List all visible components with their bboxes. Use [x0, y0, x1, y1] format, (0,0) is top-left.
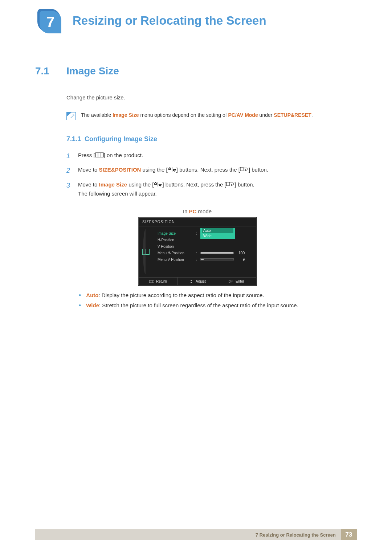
- bullet-icon: •: [79, 292, 81, 299]
- osd-footer-enter: Enter: [217, 278, 256, 285]
- step-1: 1 Press [] on the product.: [66, 151, 359, 161]
- osd-row-menuh: Menu H-Position: 100: [158, 250, 252, 256]
- subsection-title: Configuring Image Size: [85, 135, 157, 143]
- menu-icon: [95, 151, 104, 160]
- section-number: 7.1: [35, 65, 66, 77]
- enter-icon: [226, 181, 235, 189]
- bullet-auto: • Auto: Display the picture according to…: [79, 292, 359, 299]
- svg-rect-10: [229, 280, 230, 282]
- osd-dropdown: Auto Wide: [200, 228, 235, 239]
- svg-rect-4: [240, 167, 243, 171]
- page-footer: 7 Resizing or Relocating the Screen 73: [35, 529, 357, 540]
- intro-text: Change the picture size.: [66, 94, 359, 102]
- osd-footer-adjust: Adjust: [177, 278, 217, 285]
- steps-list: 1 Press [] on the product. 2 Move to SIZ…: [66, 151, 359, 198]
- osd-menu: Image Size: Auto Wide H-Position V-Posit…: [153, 226, 256, 277]
- step-2: 2 Move to SIZE&POSITION using the [] but…: [66, 165, 359, 176]
- osd-category-icon: [139, 226, 153, 277]
- updown-icon: [168, 166, 176, 175]
- osd-footer: Return Adjust Enter: [139, 277, 256, 285]
- enter-icon: [240, 166, 249, 175]
- note: The available Image Size menu options de…: [66, 112, 359, 120]
- svg-rect-6: [226, 182, 229, 186]
- bullet-icon: •: [79, 302, 81, 309]
- chapter-badge: 7: [37, 9, 65, 38]
- osd-screenshot: SIZE&POSITION Image Size: Auto Wide: [138, 217, 256, 286]
- footer-text: 7 Resizing or Relocating the Screen: [35, 529, 341, 540]
- osd-footer-return: Return: [139, 278, 177, 285]
- osd-row-vpos: V-Position: [158, 243, 252, 250]
- section-heading: 7.1Image Size: [35, 65, 359, 77]
- page-number: 73: [341, 529, 357, 540]
- subsection-number: 7.1.1: [66, 135, 81, 143]
- osd-caption: In PC mode: [35, 208, 359, 214]
- note-icon: [66, 112, 76, 120]
- svg-rect-7: [150, 280, 154, 283]
- subsection-heading: 7.1.1 Configuring Image Size: [66, 135, 359, 143]
- step-3: 3 Move to Image Size using the [] button…: [66, 180, 359, 198]
- bullet-wide: • Wide: Stretch the picture to full scre…: [79, 302, 359, 309]
- content: 7.1Image Size Change the picture size. T…: [35, 65, 359, 312]
- section-title: Image Size: [66, 65, 119, 77]
- chapter-number: 7: [40, 11, 61, 33]
- osd-title: SIZE&POSITION: [139, 218, 256, 226]
- svg-rect-0: [95, 153, 103, 157]
- bullet-list: • Auto: Display the picture according to…: [79, 292, 359, 309]
- chapter-title: Resizing or Relocating the Screen: [73, 14, 266, 28]
- updown-icon: [154, 181, 162, 189]
- note-text: The available Image Size menu options de…: [81, 112, 313, 118]
- page: 7 Resizing or Relocating the Screen 7.1I…: [0, 0, 392, 554]
- osd-row-menuv: Menu V-Position: 9: [158, 256, 252, 263]
- osd-row-imagesize: Image Size: Auto Wide: [158, 230, 252, 237]
